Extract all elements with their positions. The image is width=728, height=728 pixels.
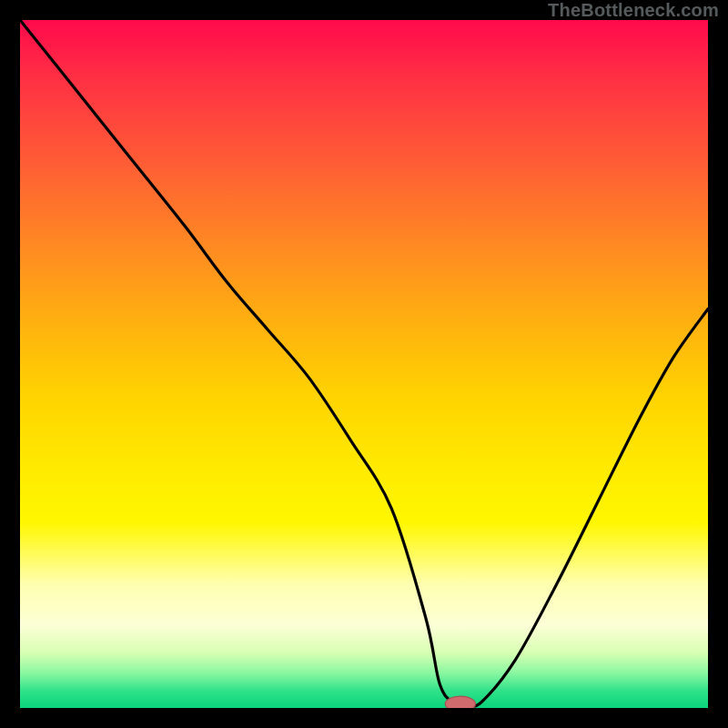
- chart-stage: TheBottleneck.com: [0, 0, 728, 728]
- plot-area: [20, 20, 708, 708]
- curve-layer: [20, 20, 708, 708]
- optimum-marker: [445, 696, 475, 708]
- bottleneck-curve: [20, 20, 708, 706]
- watermark-text: TheBottleneck.com: [548, 0, 719, 21]
